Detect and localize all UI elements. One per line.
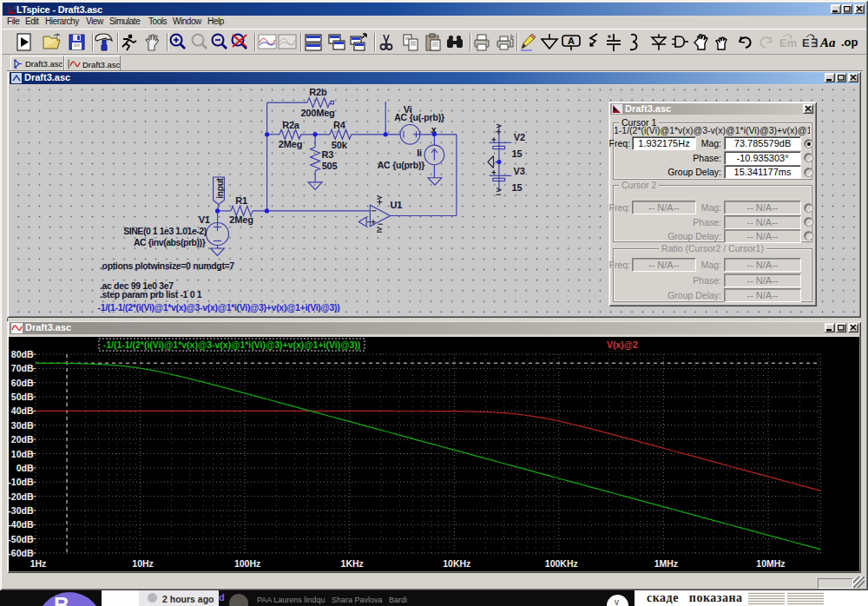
svg-text:.op: .op [841, 36, 858, 49]
svg-text:50k: 50k [332, 140, 348, 150]
svg-text:x: x [431, 124, 437, 135]
svg-text:.options plotwinsize=0 numdgt=: .options plotwinsize=0 numdgt=7 [100, 260, 234, 271]
svg-text:AC {u(-prb)}: AC {u(-prb)} [394, 112, 444, 122]
svg-text:1Hz: 1Hz [30, 558, 47, 569]
svg-text:V2: V2 [514, 132, 525, 142]
svg-text:V(x)@2: V(x)@2 [607, 339, 638, 350]
svg-text:-20dB: -20dB [9, 491, 34, 502]
svg-text:100Hz: 100Hz [234, 558, 260, 569]
svg-text:SINE(0 1 1e3 1.01e-2): SINE(0 1 1e3 1.01e-2) [123, 226, 207, 236]
svg-text:15: 15 [512, 148, 523, 159]
svg-text:R2b: R2b [309, 87, 327, 97]
svg-text:505: 505 [322, 161, 338, 171]
svg-text:-1/(1-1/(2*(i(Vi)@1*v(x)@3-v(x: -1/(1-1/(2*(i(Vi)@1*v(x)@3-v(x)@1*i(Vi)@… [98, 302, 340, 313]
svg-text:-50dB: -50dB [9, 534, 34, 544]
svg-text:-1/(1-1/(2*(i(Vi)@1*v(x)@3-v(x: -1/(1-1/(2*(i(Vi)@1*v(x)@3-v(x)@1*i(Vi)@… [103, 339, 361, 350]
svg-text:AC {u(prb)}: AC {u(prb)} [378, 160, 424, 170]
svg-text:U1: U1 [391, 200, 403, 210]
svg-text:70dB: 70dB [11, 363, 34, 373]
svg-text:10MHz: 10MHz [756, 558, 785, 569]
svg-text:-40dB: -40dB [9, 519, 34, 530]
svg-text:2Meg: 2Meg [229, 214, 253, 225]
svg-text:1KHz: 1KHz [341, 558, 364, 569]
svg-text:0dB: 0dB [16, 463, 34, 473]
svg-text:input: input [215, 177, 225, 198]
svg-text:Aa: Aa [819, 36, 836, 49]
svg-text:A: A [568, 36, 575, 46]
svg-text:100KHz: 100KHz [545, 558, 578, 569]
svg-text:V3: V3 [514, 166, 525, 176]
svg-text:10KHz: 10KHz [443, 558, 470, 569]
svg-text:15: 15 [512, 182, 523, 193]
svg-text:Em: Em [779, 36, 797, 49]
svg-text:50dB: 50dB [11, 392, 34, 402]
svg-text:R3: R3 [322, 149, 334, 160]
svg-text:AC {inv(abs(prb))}: AC {inv(abs(prb))} [134, 237, 206, 247]
svg-text:-10dB: -10dB [9, 477, 34, 487]
svg-text:-60dB: -60dB [9, 548, 34, 558]
svg-text:∃: ∃ [811, 36, 818, 49]
svg-text:R1: R1 [235, 195, 247, 206]
svg-text:-30dB: -30dB [9, 505, 34, 516]
svg-text:V1: V1 [199, 214, 210, 225]
svg-text:60dB: 60dB [11, 378, 34, 388]
svg-text:10dB: 10dB [11, 449, 34, 459]
svg-text:40dB: 40dB [11, 405, 34, 416]
svg-text:R2a: R2a [282, 120, 300, 130]
svg-text:.step param prb list -1 0 1: .step param prb list -1 0 1 [100, 289, 202, 300]
svg-text:30dB: 30dB [11, 420, 34, 431]
svg-text:2Meg: 2Meg [279, 139, 302, 149]
svg-text:80dB: 80dB [11, 349, 34, 359]
svg-text:200Meg: 200Meg [300, 108, 334, 118]
svg-text:10Hz: 10Hz [132, 558, 154, 569]
svg-text:E: E [802, 36, 810, 49]
svg-text:Ii: Ii [417, 148, 422, 158]
svg-text:1MHz: 1MHz [654, 558, 678, 569]
svg-text:20dB: 20dB [11, 434, 34, 445]
svg-text:R4: R4 [333, 120, 346, 130]
